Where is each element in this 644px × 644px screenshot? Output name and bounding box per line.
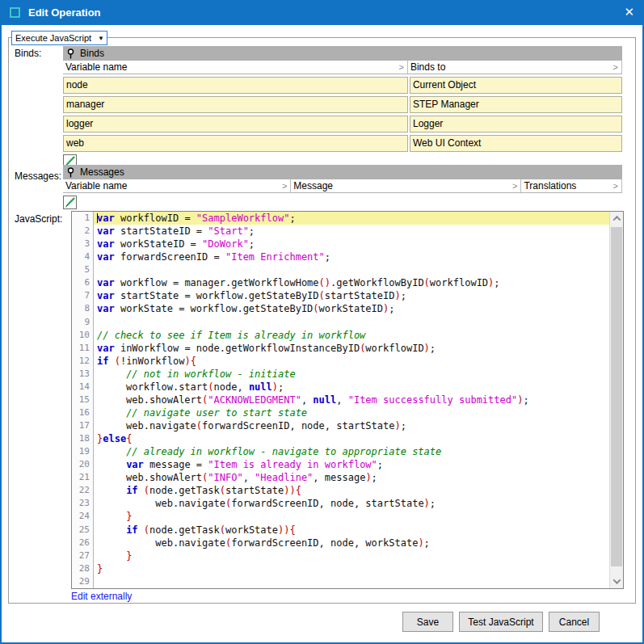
- line-number: 19: [72, 445, 93, 458]
- javascript-editor[interactable]: 1234567891011121314151617181920212223242…: [71, 211, 624, 589]
- chevron-down-icon: ▼: [98, 35, 104, 42]
- chevron-down-icon: [612, 576, 621, 584]
- window-icon: [10, 7, 20, 18]
- operation-type-dropdown[interactable]: Execute JavaScript ▼: [11, 31, 107, 45]
- line-number: 8: [72, 302, 93, 315]
- column-label: Binds to: [410, 61, 445, 73]
- binds-cell[interactable]: web: [63, 135, 408, 152]
- binds-cell[interactable]: Logger: [410, 116, 622, 133]
- pin-icon: [67, 48, 74, 59]
- code-line-19[interactable]: // already in workflow - navigate to app…: [94, 445, 609, 458]
- code-line-8[interactable]: var workState = workflow.getStateByID(wo…: [94, 302, 609, 315]
- code-line-22[interactable]: if (node.getTask(startState)){: [94, 484, 609, 497]
- sort-chevron-icon: >: [613, 62, 618, 72]
- scrollbar-thumb[interactable]: [611, 227, 622, 566]
- messages-section-header[interactable]: Messages: [63, 165, 622, 179]
- line-number: 20: [72, 458, 93, 471]
- binds-cell[interactable]: logger: [63, 116, 408, 133]
- sort-chevron-icon: >: [512, 181, 517, 191]
- code-line-27[interactable]: }: [94, 549, 609, 562]
- column-header-binds-to[interactable]: Binds to>: [408, 61, 622, 74]
- line-number: 29: [72, 575, 93, 588]
- binds-table: Variable name>Binds to>nodeCurrent Objec…: [63, 61, 622, 152]
- title-bar: Edit Operation ✕: [0, 0, 644, 25]
- code-line-14[interactable]: workflow.start(node, null);: [94, 381, 609, 394]
- code-line-11[interactable]: var inWorkflow = node.getWorkflowInstanc…: [94, 342, 609, 355]
- line-number: 18: [72, 432, 93, 445]
- code-line-6[interactable]: var workflow = manager.getWorkflowHome()…: [94, 276, 609, 289]
- code-line-20[interactable]: var message = "Item is already in workfl…: [94, 458, 609, 471]
- binds-row: loggerLogger: [63, 116, 622, 133]
- window-title: Edit Operation: [28, 6, 624, 19]
- binds-row: managerSTEP Manager: [63, 96, 622, 113]
- operation-type-value: Execute JavaScript: [15, 33, 91, 43]
- code-line-15[interactable]: web.showAlert("ACKNOWLEDGMENT", null, "I…: [94, 394, 609, 406]
- line-number: 9: [72, 316, 93, 329]
- code-line-12[interactable]: if (!inWorkflow){: [94, 355, 609, 368]
- binds-label: Binds:: [15, 48, 41, 59]
- binds-cell[interactable]: Current Object: [410, 77, 622, 94]
- messages-table-column-header: Variable name>Message>Translations>: [63, 179, 622, 193]
- line-number: 28: [72, 562, 93, 575]
- column-header-translations[interactable]: Translations>: [521, 179, 622, 192]
- line-number: 2: [72, 225, 93, 238]
- code-line-5[interactable]: [94, 263, 609, 276]
- line-number: 14: [72, 381, 93, 394]
- binds-cell[interactable]: node: [63, 77, 408, 94]
- close-button[interactable]: ✕: [624, 6, 634, 19]
- code-line-28[interactable]: }: [94, 562, 609, 575]
- code-line-10[interactable]: // check to see if Item is already in wo…: [94, 329, 609, 342]
- binds-cell[interactable]: STEP Manager: [410, 96, 622, 113]
- binds-table-column-header: Variable name>Binds to>: [63, 61, 622, 74]
- binds-cell[interactable]: manager: [63, 96, 408, 113]
- code-line-18[interactable]: }else{: [94, 432, 609, 445]
- pencil-icon: [65, 197, 75, 208]
- vertical-scrollbar[interactable]: [609, 212, 623, 588]
- code-line-17[interactable]: web.navigate(forwardScreenID, node, star…: [94, 419, 609, 432]
- code-line-13[interactable]: // not in workflow - initiate: [94, 368, 609, 381]
- code-line-3[interactable]: var workStateID = "DoWork";: [94, 238, 609, 250]
- code-line-4[interactable]: var forwardScreenID = "Item Enrichment";: [94, 250, 609, 263]
- scroll-up-button[interactable]: [610, 212, 623, 225]
- line-number: 7: [72, 289, 93, 302]
- cancel-button[interactable]: Cancel: [549, 612, 600, 632]
- code-line-16[interactable]: // navigate user to start state: [94, 406, 609, 419]
- pin-icon: [67, 167, 74, 178]
- line-number: 24: [72, 510, 93, 523]
- line-number-gutter: 1234567891011121314151617181920212223242…: [72, 212, 94, 588]
- code-line-25[interactable]: if (node.getTask(workState)){: [94, 524, 609, 537]
- line-number: 25: [72, 524, 93, 537]
- test-javascript-button[interactable]: Test JavaScript: [459, 612, 543, 632]
- code-line-29[interactable]: [94, 575, 609, 588]
- code-line-21[interactable]: web.showAlert("INFO", "Headline", messag…: [94, 471, 609, 484]
- chevron-up-icon: [612, 216, 621, 224]
- code-line-7[interactable]: var startState = workflow.getStateByID(s…: [94, 289, 609, 302]
- column-header-variable-name[interactable]: Variable name>: [63, 179, 291, 192]
- binds-cell[interactable]: Web UI Context: [410, 135, 622, 152]
- binds-section-header[interactable]: Binds: [63, 46, 622, 61]
- line-number: 6: [72, 276, 93, 289]
- code-line-2[interactable]: var startStateID = "Start";: [94, 225, 609, 238]
- binds-row: webWeb UI Context: [63, 135, 622, 152]
- column-label: Message: [293, 180, 333, 192]
- edit-messages-button[interactable]: [63, 196, 77, 209]
- code-line-24[interactable]: }: [94, 510, 609, 523]
- line-number: 23: [72, 497, 93, 510]
- binds-panel: Binds Variable name>Binds to>nodeCurrent…: [63, 46, 622, 168]
- code-line-9[interactable]: [94, 316, 609, 329]
- code-line-1[interactable]: var workflowID = "SampleWorkflow";: [94, 212, 609, 225]
- binds-section-title: Binds: [80, 48, 104, 59]
- save-button[interactable]: Save: [402, 612, 453, 632]
- line-number: 27: [72, 549, 93, 562]
- column-header-message[interactable]: Message>: [291, 179, 521, 192]
- code-area[interactable]: var workflowID = "SampleWorkflow";var st…: [94, 212, 609, 588]
- column-header-variable-name[interactable]: Variable name>: [63, 61, 408, 74]
- line-number: 11: [72, 342, 93, 355]
- scroll-down-button[interactable]: [610, 575, 623, 588]
- code-line-26[interactable]: web.navigate(forwardScreenID, node, work…: [94, 537, 609, 549]
- binds-row: nodeCurrent Object: [63, 77, 622, 94]
- line-number: 17: [72, 419, 93, 432]
- edit-externally-link[interactable]: Edit externally: [71, 591, 132, 602]
- line-number: 3: [72, 238, 93, 250]
- code-line-23[interactable]: web.navigate(forwardScreenID, node, star…: [94, 497, 609, 510]
